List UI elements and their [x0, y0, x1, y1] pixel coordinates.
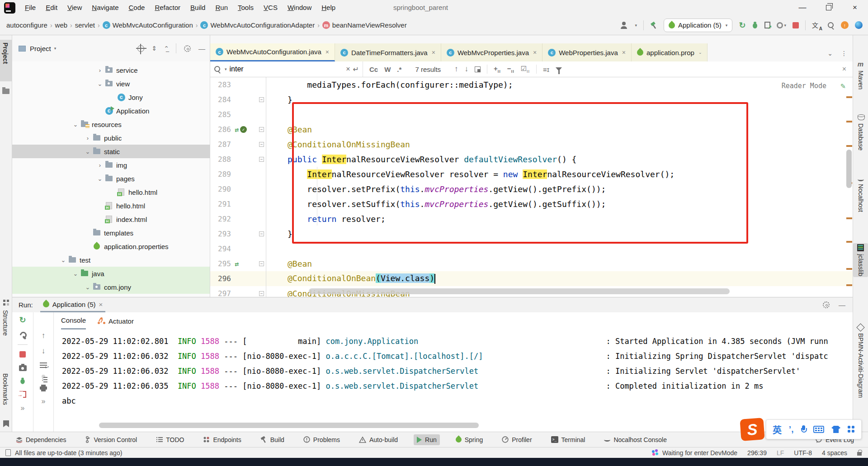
toolbutton-nocalhost-console[interactable]: Nocalhost Console	[601, 434, 670, 445]
run-configuration-select[interactable]: Application (5) ▾	[664, 19, 732, 32]
code-line-287[interactable]: 287−@ConditionalOnMissingBean	[210, 137, 853, 152]
spring-bean-icon[interactable]: ⇄	[235, 126, 239, 134]
menu-window[interactable]: Window	[283, 0, 316, 15]
tree-item-templates[interactable]: templates	[12, 226, 210, 240]
edit-pencil-icon[interactable]: ✎	[840, 81, 845, 90]
filter-lines-icon[interactable]: ≡ɪ	[543, 66, 549, 73]
code-line-284[interactable]: 284−}	[210, 92, 853, 107]
menu-file[interactable]: File	[20, 0, 41, 15]
tree-item-static[interactable]: ⌄static	[12, 145, 210, 158]
bookmarks-icon[interactable]	[3, 420, 9, 427]
scroll-to-end-icon[interactable]	[42, 375, 45, 378]
hide-panel-icon[interactable]: —	[839, 301, 845, 309]
tree-item-java[interactable]: ⌄java	[12, 267, 210, 280]
maximize-button[interactable]	[816, 0, 842, 15]
menu-refactor[interactable]: Refactor	[150, 0, 185, 15]
code-line-289[interactable]: 289 InternalResourceViewResolver resolve…	[210, 167, 853, 182]
tree-chevron-icon[interactable]: ⌄	[95, 175, 104, 182]
rerun-icon[interactable]: ↻	[19, 315, 26, 325]
tab-console[interactable]: Console	[61, 312, 86, 329]
toolbutton-run[interactable]: Run	[414, 434, 440, 445]
editor-tab[interactable]: cWebMvcAutoConfiguration.java×	[210, 43, 335, 61]
close-search-icon[interactable]: ×	[842, 65, 846, 73]
menu-navigate[interactable]: Navigate	[87, 0, 123, 15]
debug-button[interactable]	[752, 22, 758, 29]
tree-item-hello-html[interactable]: hello.html	[12, 185, 210, 199]
search-input[interactable]: inter	[230, 65, 344, 73]
tab-list-chevron-icon[interactable]: ⌄	[827, 50, 833, 57]
run-button[interactable]: ↻	[739, 20, 745, 30]
next-occurrence-icon[interactable]: ↓	[465, 65, 469, 74]
run-tab[interactable]: Application (5) ×	[40, 297, 106, 312]
fold-marker-icon[interactable]: −	[259, 231, 264, 236]
tree-item-jony[interactable]: cJony	[12, 90, 210, 104]
toolbutton-auto-build[interactable]: Auto-build	[356, 434, 401, 445]
more-actions-chevrons[interactable]: »	[21, 404, 25, 412]
gradle-sphere-icon[interactable]	[855, 21, 863, 29]
collapse-all-icon[interactable]: ⌃̲	[164, 45, 168, 52]
locate-file-icon[interactable]	[137, 45, 144, 52]
lock-icon[interactable]	[857, 452, 862, 456]
tree-item-public[interactable]: ›public	[12, 131, 210, 145]
close-button[interactable]: ×	[842, 0, 868, 15]
editor-tab[interactable]: cWebProperties.java×	[542, 43, 632, 61]
breadcrumb-item[interactable]: servlet	[75, 21, 95, 29]
bean-check-icon[interactable]: ✓	[240, 126, 247, 133]
keyboard-icon[interactable]	[813, 426, 824, 433]
build-hammer-icon[interactable]	[650, 22, 657, 29]
toolwindow-maven[interactable]: m Maven	[853, 60, 868, 89]
search-filter-icon[interactable]	[556, 67, 562, 71]
clear-search-icon[interactable]: ×	[346, 65, 350, 73]
thread-dump-camera-icon[interactable]	[19, 365, 27, 371]
console-output[interactable]: 2022-05-29 11:02:02.801 INFO 1588 --- [ …	[54, 329, 853, 432]
code-line-291[interactable]: 291 resolver.setSuffix(this.mvcPropertie…	[210, 197, 853, 212]
editor-tab[interactable]: cWebMvcProperties.java×	[441, 43, 542, 61]
code-line-293[interactable]: 293−}	[210, 226, 853, 241]
exit-icon[interactable]	[19, 391, 26, 398]
editor-horizontal-scrollbar[interactable]	[309, 288, 730, 294]
code-line-285[interactable]: 285	[210, 107, 853, 122]
code-line-286[interactable]: 286⇄✓−@Bean	[210, 122, 853, 137]
menu-edit[interactable]: Edit	[41, 0, 62, 15]
close-tab-icon[interactable]: ×	[432, 49, 435, 56]
tree-item-application[interactable]: cApplication	[12, 104, 210, 118]
close-tab-icon[interactable]: ×	[622, 49, 626, 56]
tree-item-service[interactable]: ›service	[12, 63, 210, 77]
toolwindow-database[interactable]: Database	[853, 114, 868, 151]
menu-build[interactable]: Build	[185, 0, 210, 15]
toolbutton-dependencies[interactable]: Dependencies	[13, 434, 70, 445]
tree-item-index-html[interactable]: index.html	[12, 212, 210, 226]
toolbutton-version-control[interactable]: Version Control	[82, 434, 141, 445]
words-toggle[interactable]: W	[384, 66, 391, 73]
toolbutton-problems[interactable]: Problems	[300, 434, 343, 445]
regex-toggle[interactable]: .*	[397, 66, 401, 73]
soft-wrap-icon[interactable]	[40, 362, 47, 368]
remove-selection-icon[interactable]: −II	[507, 65, 514, 74]
tree-chevron-icon[interactable]: ›	[95, 162, 104, 169]
scroll-up-icon[interactable]: ↑	[42, 331, 46, 340]
add-selection-icon[interactable]: +II	[494, 65, 501, 74]
tree-chevron-icon[interactable]: ›	[83, 135, 92, 141]
gear-icon[interactable]	[184, 45, 191, 52]
update-icon[interactable]: ↑	[841, 21, 849, 29]
search-field[interactable]: ▾ inter × ↵	[210, 61, 363, 77]
tree-chevron-icon[interactable]: ⌄	[95, 80, 104, 87]
gear-icon[interactable]	[823, 301, 830, 308]
close-tab-icon[interactable]: ×	[326, 48, 329, 56]
code-line-296[interactable]: 296@ConditionalOnBean(View.class)	[210, 271, 853, 286]
console-input-line[interactable]: abc	[62, 394, 853, 409]
tree-item-com-jony[interactable]: ⌄com.jony	[12, 280, 210, 294]
toolbutton-build[interactable]: Build	[257, 434, 288, 445]
editor-tab[interactable]: application.prop⌄	[632, 43, 708, 61]
breadcrumb-item[interactable]: autoconfigure	[6, 21, 47, 29]
print-icon[interactable]	[40, 385, 47, 391]
sogou-logo-icon[interactable]: S	[740, 418, 764, 441]
code-line-295[interactable]: 295⇄−@Bean	[210, 256, 853, 271]
user-profile-icon[interactable]	[620, 22, 627, 29]
select-occurrences-icon[interactable]: ☑II	[521, 65, 530, 74]
profiler-button[interactable]: ▾	[777, 22, 786, 28]
hide-panel-icon[interactable]: —	[198, 45, 205, 52]
chevron-down-icon[interactable]: ▾	[54, 46, 57, 51]
tab-actuator[interactable]: Actuator	[98, 312, 134, 329]
menu-vcs[interactable]: VCS	[259, 0, 283, 15]
